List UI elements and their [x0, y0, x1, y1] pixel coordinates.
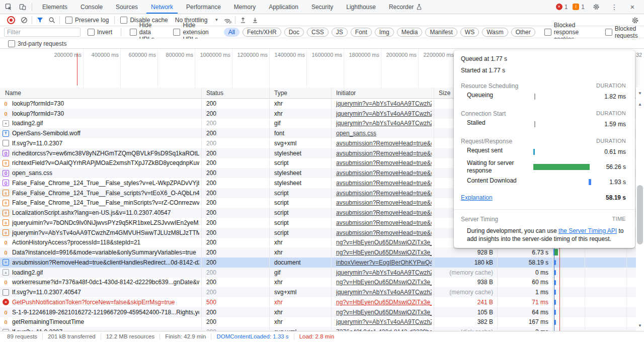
more-options-icon[interactable]: ⋮	[608, 1, 621, 13]
preserve-log-checkbox[interactable]: Preserve log	[65, 17, 109, 24]
table-row[interactable]: lf.svg?v=11.0.2307200svg+xml7376a48f-0dc…	[0, 327, 644, 331]
request-name-cell: ()jquerymin?v=AbYsTv4oAA9TCwzhZm4GMVUHSw…	[0, 228, 201, 238]
record-network-log-icon[interactable]	[7, 16, 15, 24]
filter-pill-fetch-xhr[interactable]: Fetch/XHR	[243, 28, 281, 37]
initiator-link[interactable]: jquerymin?v=AbYsTv4oAA9TCwzhZm4GM	[336, 269, 432, 276]
tab-elements[interactable]: Elements	[36, 0, 74, 14]
tab-memory[interactable]: Memory	[227, 0, 262, 14]
scroll-down-arrow-icon[interactable]: ▼	[636, 322, 644, 329]
third-party-requests-label: 3rd-party requests	[18, 40, 66, 47]
time-cell: 3 ms	[497, 327, 552, 331]
filter-pill-all[interactable]: All	[224, 28, 239, 37]
filter-pill-manifest[interactable]: Manifest	[425, 28, 457, 37]
filter-pill-css[interactable]: CSS	[307, 28, 329, 37]
initiator-link[interactable]: avsubmission?RemoveHead=true&client	[336, 190, 432, 197]
search-icon[interactable]	[46, 15, 58, 25]
tab-application[interactable]: Application	[262, 0, 305, 14]
filter-input[interactable]	[4, 28, 80, 37]
initiator-link[interactable]: avsubmission?RemoveHead=true&client	[336, 150, 432, 157]
error-badge[interactable]: × 1	[556, 4, 568, 11]
timing-total-row: Explanation 58.19 s	[454, 194, 635, 201]
initiator-link[interactable]: jquerymin?v=AbYsTv4oAA9TCwzhZm4GM	[336, 289, 432, 296]
initiator-link[interactable]: jquerymin?v=AbYsTv4oAA9TCwzhZm4GM	[336, 318, 432, 325]
table-row[interactable]: {}S-1-9-12246189-2621016272-1219667209-4…	[0, 307, 644, 317]
initiator-link[interactable]: avsubmission?RemoveHead=true&client	[336, 229, 432, 236]
svg-file-icon	[3, 140, 9, 146]
timing-bar	[533, 149, 535, 155]
export-har-icon[interactable]	[249, 15, 261, 25]
third-party-requests-checkbox[interactable]: 3rd-party requests	[8, 40, 66, 47]
initiator-link[interactable]: avsubmission?RemoveHead=true&client	[336, 180, 432, 187]
chevron-down-icon: ▼	[214, 18, 218, 22]
tab-performance[interactable]: Performance	[180, 0, 227, 14]
filter-pill-js[interactable]: JS	[332, 28, 348, 37]
filter-pill-img[interactable]: Img	[375, 28, 394, 37]
filter-pill-font[interactable]: Font	[351, 28, 372, 37]
filter-pill-doc[interactable]: Doc	[284, 28, 304, 37]
inspect-element-icon[interactable]	[2, 1, 15, 13]
server-timing-api-link[interactable]: the Server Timing API	[558, 227, 617, 234]
scroll-up-arrow-icon[interactable]: ▲	[636, 101, 644, 108]
initiator-link[interactable]: ng?v=HbEyenOu65DMswiOZiTx3e_y8_nF	[336, 279, 432, 286]
close-devtools-icon[interactable]: ×	[626, 1, 639, 13]
issues-badge[interactable]: ! 1	[573, 4, 585, 11]
initiator-link[interactable]: avsubmission?RemoveHead=true&client	[336, 209, 432, 216]
clear-network-log-icon[interactable]	[18, 15, 30, 25]
tab-lighthouse[interactable]: Lighthouse	[340, 0, 382, 14]
initiator-link[interactable]: jquerymin?v=AbYsTv4oAA9TCwzhZm4GM	[336, 110, 432, 117]
initiator-link[interactable]: avsubmission?RemoveHead=true&client	[336, 159, 432, 166]
filter-pill-wasm[interactable]: Wasm	[482, 28, 508, 37]
initiator-cell: avsubmission?RemoveHead=true&client	[331, 148, 434, 158]
column-header-status[interactable]: Status	[201, 88, 269, 98]
initiator-link[interactable]: avsubmission?RemoveHead=true&client	[336, 140, 432, 147]
blocked-requests-checkbox[interactable]: Blocked requests	[605, 25, 640, 39]
network-conditions-icon[interactable]	[221, 15, 233, 25]
column-header-initiator[interactable]: Initiator	[331, 88, 434, 98]
import-har-icon[interactable]	[237, 15, 249, 25]
initiator-link[interactable]: ng?v=HbEyenOu65DMswiOZiTx3e_y8_nF	[336, 299, 432, 306]
table-row[interactable]: ≡avsubmission?RemoveHead=true&clientHand…	[0, 258, 644, 268]
timing-label: Waiting for server response	[467, 159, 530, 175]
scroll-down-arrow-icon[interactable]: ▼	[636, 90, 644, 97]
tab-sources[interactable]: Sources	[109, 0, 144, 14]
initiator-link[interactable]: avsubmission?RemoveHead=true&client	[336, 169, 432, 177]
tab-recorder[interactable]: Recorder	[382, 0, 429, 14]
tab-security[interactable]: Security	[305, 0, 340, 14]
waterfall-tick	[554, 320, 556, 325]
device-toolbar-icon[interactable]	[16, 1, 29, 13]
settings-gear-icon[interactable]	[590, 1, 603, 13]
devtools-tabbar: ElementsConsoleSourcesNetworkPerformance…	[0, 0, 644, 14]
initiator-link[interactable]: avsubmission?RemoveHead=true&client	[336, 219, 432, 226]
table-row[interactable]: {}workerresume?id=7376a48f-0dc1-430d-814…	[0, 278, 644, 288]
initiator-link[interactable]: ng?v=HbEyenOu65DMswiOZiTx3e_y8_nF	[336, 239, 432, 246]
filter-pill-media[interactable]: Media	[397, 28, 423, 37]
vertical-scrollbar[interactable]: ▼ ▲ ▼	[636, 88, 644, 331]
tab-console[interactable]: Console	[74, 0, 109, 14]
initiator-link[interactable]: jquerymin?v=AbYsTv4oAA9TCwzhZm4GM	[336, 100, 432, 107]
invert-checkbox[interactable]: Invert	[88, 29, 112, 36]
initiator-link[interactable]: open_sans.css	[336, 130, 376, 137]
filter-pill-ws[interactable]: WS	[460, 28, 479, 37]
tab-label: Elements	[42, 4, 67, 11]
initiator-link[interactable]: inboxViewer?v=EogIBerOhKYPwQ4Ea265	[336, 259, 432, 266]
timeline-gridline	[157, 49, 158, 88]
initiator-link[interactable]: ng?v=HbEyenOu65DMswiOZiTx3e_y8_nF	[336, 309, 432, 316]
table-row[interactable]: {}getRemainingTimeoutTime200xhrjquerymin…	[0, 317, 644, 327]
column-header-name[interactable]: Name	[0, 88, 201, 98]
time-cell: 6.73 s	[497, 247, 552, 258]
js-file-icon: ()	[3, 210, 9, 216]
filter-pill-other[interactable]: Other	[511, 28, 535, 37]
initiator-link[interactable]: ng?v=HbEyenOu65DMswiOZiTx3e_y8_nF	[336, 249, 432, 256]
scrollbar-thumb[interactable]	[637, 185, 643, 244]
explanation-link[interactable]: Explanation	[461, 194, 493, 201]
filter-funnel-icon[interactable]	[34, 15, 46, 25]
initiator-link[interactable]: avsubmission?RemoveHead=true&client	[336, 199, 432, 206]
network-settings-gear-icon[interactable]	[629, 15, 641, 25]
table-row[interactable]: ▴loading2.gif200gifjquerymin?v=AbYsTv4oA…	[0, 268, 644, 278]
table-row[interactable]: ×GetPushNotificationToken?forceNew=false…	[0, 297, 644, 307]
table-row[interactable]: {}Data?instanceId=9916&mode=variable&onl…	[0, 247, 644, 258]
tab-network[interactable]: Network	[144, 0, 180, 14]
column-header-type[interactable]: Type	[269, 88, 331, 98]
table-row[interactable]: lf.svg?v=11.0.2307.40547200svg+xmljquery…	[0, 287, 644, 297]
initiator-link[interactable]: jquerymin?v=AbYsTv4oAA9TCwzhZm4GM	[336, 120, 432, 127]
